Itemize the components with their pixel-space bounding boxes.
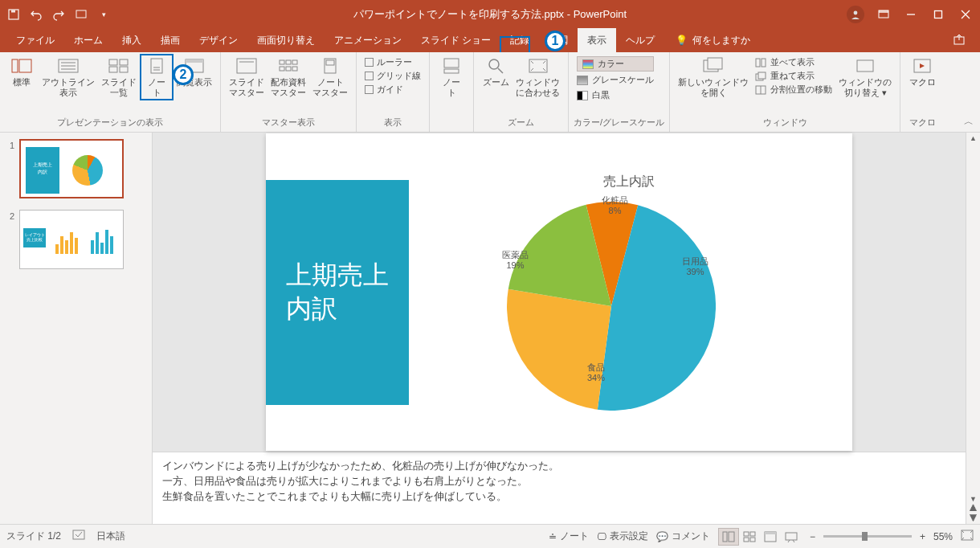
cascade-button[interactable]: 重ねて表示: [755, 70, 832, 82]
zoom-slider[interactable]: [823, 535, 912, 538]
tab-help[interactable]: ヘルプ: [616, 28, 664, 52]
ribbon-tabs: ファイル ホーム 挿入 描画 デザイン 画面切り替え アニメーション スライド …: [0, 28, 980, 52]
tab-file[interactable]: ファイル: [6, 28, 64, 52]
svg-rect-32: [286, 67, 291, 71]
statusbar: スライド 1/2 日本語 ≐ノート 🖵表示設定 💬コメント − + 55%: [0, 524, 980, 548]
notes-page-button[interactable]: ノー ト: [140, 54, 174, 100]
close-icon[interactable]: [958, 6, 974, 22]
svg-point-38: [489, 59, 499, 69]
display-settings-button[interactable]: 🖵表示設定: [597, 530, 648, 543]
svg-rect-55: [70, 232, 73, 254]
zoom-out-button[interactable]: −: [810, 531, 815, 542]
group-label: カラー/グレースケール: [574, 115, 664, 132]
scroll-down-icon[interactable]: ▼: [970, 495, 977, 503]
handout-master-button[interactable]: 配布資料 マスター: [267, 54, 309, 97]
thumbnail-slide-2[interactable]: 2 レイアウト 売上比較: [3, 210, 149, 269]
slide-sorter-button[interactable]: スライド 一覧: [98, 54, 140, 97]
zoom-percentage[interactable]: 55%: [933, 531, 953, 542]
language-indicator[interactable]: 日本語: [96, 530, 125, 543]
fit-slide-icon[interactable]: [961, 530, 974, 543]
normal-view-button[interactable]: 標準: [5, 54, 39, 88]
normal-view-icon[interactable]: [718, 528, 739, 546]
zoom-in-button[interactable]: +: [920, 531, 925, 542]
tell-me[interactable]: 💡 何をしますか: [676, 28, 750, 52]
svg-rect-66: [750, 532, 755, 536]
display-icon: 🖵: [597, 531, 606, 542]
tab-design[interactable]: デザイン: [190, 28, 247, 52]
start-from-beginning-icon[interactable]: [74, 7, 88, 22]
color-mode-button[interactable]: カラー: [577, 56, 654, 72]
next-slide-icon[interactable]: ⯆: [969, 513, 978, 522]
notes-status-button[interactable]: ≐ノート: [549, 530, 589, 543]
notes-icon: ≐: [549, 531, 557, 542]
svg-rect-42: [708, 58, 722, 69]
autosave-icon[interactable]: [6, 7, 21, 22]
svg-rect-31: [280, 67, 284, 71]
spellcheck-icon[interactable]: [72, 530, 85, 543]
new-window-button[interactable]: 新しいウィンドウ を開く: [675, 54, 752, 97]
svg-rect-17: [109, 59, 117, 65]
tab-slideshow[interactable]: スライド ショー: [411, 28, 500, 52]
share-button[interactable]: [945, 28, 974, 52]
tab-insert[interactable]: 挿入: [112, 28, 151, 52]
group-presentation-views: 標準 アウトライン 表示 スライド 一覧 ノー ト 閲覧表示 プレゼンテーション…: [0, 52, 221, 132]
fit-to-window-button[interactable]: ウィンドウ に合わせる: [512, 54, 563, 97]
chart-title: 売上内訳: [603, 174, 655, 190]
quick-access-toolbar: ▾: [6, 7, 111, 22]
thumbnail-slide-1[interactable]: 1 上期売上 内訳: [3, 139, 149, 198]
svg-rect-25: [186, 59, 203, 63]
svg-rect-65: [744, 532, 749, 536]
slide-counter[interactable]: スライド 1/2: [6, 530, 61, 543]
notes-pane[interactable]: インバウンドによる売り上げが少なかったため、化粧品の売り上げが伸びなかった。 一…: [153, 452, 966, 524]
bar-chart-icon: [89, 220, 116, 257]
redo-icon[interactable]: [51, 7, 66, 22]
svg-rect-7: [935, 10, 942, 18]
vertical-scrollbar[interactable]: ▲ ▼ ⯅ ⯆: [966, 133, 980, 524]
maximize-icon[interactable]: [930, 6, 946, 22]
macros-button[interactable]: マクロ: [905, 54, 939, 88]
slideshow-view-icon[interactable]: [781, 528, 802, 546]
prev-slide-icon[interactable]: ⯅: [969, 503, 978, 513]
slide-master-button[interactable]: スライド マスター: [226, 54, 267, 97]
tab-animations[interactable]: アニメーション: [325, 28, 411, 52]
group-label: プレゼンテーションの表示: [5, 115, 215, 132]
undo-icon[interactable]: [29, 7, 43, 22]
gridlines-checkbox[interactable]: グリッド線: [365, 70, 421, 82]
svg-rect-49: [857, 60, 873, 72]
reading-view-icon[interactable]: [760, 528, 781, 546]
qat-dropdown-icon[interactable]: ▾: [96, 7, 111, 22]
arrange-all-button[interactable]: 並べて表示: [755, 56, 832, 68]
switch-windows-button[interactable]: ウィンドウの 切り替え ▾: [835, 54, 895, 97]
user-avatar[interactable]: [847, 6, 864, 23]
scroll-up-icon[interactable]: ▲: [970, 134, 977, 142]
grayscale-mode-button[interactable]: グレースケール: [577, 73, 654, 87]
tab-transitions[interactable]: 画面切り替え: [247, 28, 325, 52]
bw-mode-button[interactable]: 白黒: [577, 88, 654, 102]
comments-button[interactable]: 💬コメント: [656, 530, 710, 543]
annotation-1: 1: [545, 31, 566, 51]
guides-checkbox[interactable]: ガイド: [365, 84, 421, 96]
slide-canvas[interactable]: 上期売上 内訳 売上内訳 化粧品 8% 日用品 39% 食品 3: [266, 133, 852, 451]
ribbon-display-options-icon[interactable]: [876, 6, 892, 22]
svg-rect-56: [75, 238, 78, 254]
svg-rect-68: [750, 538, 755, 542]
tab-view[interactable]: 表示: [578, 28, 616, 52]
move-split-button[interactable]: 分割位置の移動: [755, 84, 832, 96]
svg-rect-20: [120, 67, 128, 72]
collapse-ribbon-icon[interactable]: ︿: [964, 115, 974, 129]
svg-rect-2: [76, 10, 86, 18]
svg-rect-67: [744, 538, 749, 542]
sorter-view-icon[interactable]: [739, 528, 760, 546]
comment-icon: 💬: [656, 531, 668, 542]
svg-rect-36: [444, 59, 459, 67]
annotation-2: 2: [173, 64, 194, 85]
outline-view-button[interactable]: アウトライン 表示: [39, 54, 98, 97]
notes-master-button[interactable]: ノート マスター: [309, 54, 351, 97]
tab-draw[interactable]: 描画: [151, 28, 190, 52]
ruler-checkbox[interactable]: ルーラー: [365, 56, 421, 68]
minimize-icon[interactable]: [903, 6, 919, 22]
tab-home[interactable]: ホーム: [64, 28, 112, 52]
pie-label-cosmetics: 化粧品 8%: [602, 195, 628, 216]
notes-toggle-button[interactable]: ノー ト: [435, 54, 468, 97]
zoom-button[interactable]: ズーム: [479, 54, 512, 88]
